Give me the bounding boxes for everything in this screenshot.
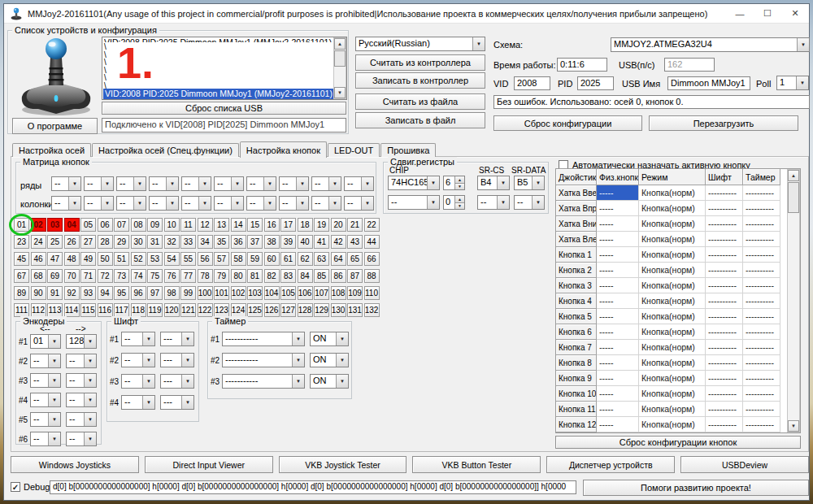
grid-button-105[interactable]: 105 [280, 286, 296, 300]
grid-button-77[interactable]: 77 [180, 269, 196, 283]
grid-button-101[interactable]: 101 [214, 286, 229, 300]
spinner-up-icon[interactable]: ▲ [454, 176, 464, 183]
matrix-col-combo-2[interactable]: --▼ [84, 196, 114, 211]
grid-button-75[interactable]: 75 [147, 269, 163, 283]
grid-button-111[interactable]: 111 [14, 303, 29, 317]
tab-buttons[interactable]: Настройка кнопок [240, 141, 327, 158]
grid-button-26[interactable]: 26 [64, 235, 80, 249]
encoder-3-right-dropdown[interactable]: --▼ [66, 373, 97, 388]
row-header-button[interactable]: Кнопка 4 [556, 293, 597, 309]
grid-button-23[interactable]: 23 [14, 235, 29, 249]
encoder-5-left-dropdown[interactable]: --▼ [30, 412, 61, 427]
shift-2-a-dropdown[interactable]: --▼ [121, 353, 155, 367]
grid-button-58[interactable]: 58 [231, 252, 246, 266]
grid-button-54[interactable]: 54 [164, 252, 180, 266]
sr-data-dropdown-1[interactable]: B5▼ [514, 176, 545, 190]
phys-cell[interactable]: ----- [597, 185, 639, 201]
grid-button-89[interactable]: 89 [14, 286, 29, 300]
grid-button-95[interactable]: 95 [114, 286, 129, 300]
mode-cell[interactable]: Кнопка(норм) [639, 386, 706, 402]
timer-cell[interactable]: ---------- [743, 309, 780, 324]
shift-4-a-dropdown[interactable]: --▼ [121, 395, 155, 410]
grid-button-11[interactable]: 11 [180, 218, 196, 232]
grid-button-126[interactable]: 126 [264, 303, 280, 317]
column-header-5[interactable]: Таймер [743, 169, 780, 185]
grid-button-42[interactable]: 42 [331, 235, 346, 249]
table-scroll-thumb[interactable] [788, 182, 799, 213]
shift-cell[interactable]: ---------- [706, 216, 743, 232]
grid-button-132[interactable]: 132 [364, 303, 380, 317]
matrix-row-combo-7[interactable]: --▼ [246, 176, 276, 191]
listbox-scrollbar[interactable]: ▲ ▼ [333, 37, 346, 99]
mode-cell[interactable]: Кнопка(норм) [639, 232, 706, 247]
device-manager-button[interactable]: Диспетчер устройств [546, 456, 675, 473]
grid-button-98[interactable]: 98 [164, 286, 180, 300]
grid-button-56[interactable]: 56 [198, 252, 213, 266]
shift-cell[interactable]: ---------- [706, 355, 743, 371]
encoder-6-right-dropdown[interactable]: --▼ [66, 432, 97, 446]
about-button[interactable]: О программе [12, 118, 98, 134]
row-header-button[interactable]: Кнопка 1 [556, 247, 597, 263]
grid-button-103[interactable]: 103 [247, 286, 263, 300]
matrix-row-combo-4[interactable]: --▼ [149, 176, 179, 191]
grid-button-78[interactable]: 78 [198, 269, 213, 283]
vid-field[interactable]: 2008 [514, 76, 550, 90]
grid-button-72[interactable]: 72 [98, 269, 113, 283]
grid-button-03[interactable]: 03 [47, 218, 63, 232]
direct-input-viewer-button[interactable]: Direct Input Viewer [145, 456, 273, 473]
phys-cell[interactable]: ----- [597, 201, 639, 216]
shift-cell[interactable]: ---------- [706, 417, 743, 432]
matrix-row-combo-8[interactable]: --▼ [279, 176, 309, 191]
phys-cell[interactable]: ----- [597, 278, 639, 293]
grid-button-116[interactable]: 116 [98, 303, 113, 317]
grid-button-74[interactable]: 74 [131, 269, 146, 283]
mode-cell[interactable]: Кнопка(норм) [639, 417, 706, 432]
grid-button-69[interactable]: 69 [47, 269, 63, 283]
reset-config-button[interactable]: Сброс конфигурации [493, 115, 642, 131]
grid-button-91[interactable]: 91 [47, 286, 63, 300]
shift-cell[interactable]: ---------- [706, 309, 743, 324]
grid-button-106[interactable]: 106 [298, 286, 313, 300]
shift-cell[interactable]: ---------- [706, 201, 743, 216]
reset-buttons-config-button[interactable]: Сброс конфигурации кнопок [555, 436, 801, 449]
grid-button-99[interactable]: 99 [180, 286, 196, 300]
row-header-button[interactable]: Кнопка 5 [556, 309, 597, 324]
matrix-row-combo-5[interactable]: --▼ [181, 176, 211, 191]
matrix-col-combo-6[interactable]: --▼ [214, 196, 244, 211]
matrix-row-combo-2[interactable]: --▼ [84, 176, 114, 191]
mode-cell[interactable]: Кнопка(норм) [639, 247, 706, 263]
uptime-field[interactable]: 0:11:6 [557, 58, 607, 72]
grid-button-70[interactable]: 70 [64, 269, 80, 283]
shift-3-a-dropdown[interactable]: --▼ [121, 374, 155, 389]
grid-button-127[interactable]: 127 [280, 303, 296, 317]
reboot-button[interactable]: Перезагрузить [649, 115, 798, 131]
grid-button-52[interactable]: 52 [131, 252, 146, 266]
tab-axes-special[interactable]: Настройка осей (Спец.функции) [92, 143, 239, 157]
grid-button-128[interactable]: 128 [298, 303, 313, 317]
row-header-button[interactable]: Кнопка 6 [556, 324, 597, 340]
timer-1-source-dropdown[interactable]: -----------▼ [222, 332, 305, 346]
phys-cell[interactable]: ----- [597, 263, 639, 278]
shift-cell[interactable]: ---------- [706, 340, 743, 355]
grid-button-16[interactable]: 16 [264, 218, 280, 232]
grid-button-100[interactable]: 100 [198, 286, 213, 300]
sr-cs-dropdown-2[interactable]: --▼ [477, 195, 510, 210]
scroll-up-icon[interactable]: ▲ [334, 38, 346, 50]
encoder-2-left-dropdown[interactable]: --▼ [30, 354, 61, 368]
grid-button-29[interactable]: 29 [114, 235, 129, 249]
grid-button-96[interactable]: 96 [131, 286, 146, 300]
grid-button-125[interactable]: 125 [247, 303, 263, 317]
phys-cell[interactable]: ----- [597, 324, 639, 340]
tab-firmware[interactable]: Прошивка [380, 143, 436, 157]
matrix-row-combo-6[interactable]: --▼ [214, 176, 244, 191]
mode-cell[interactable]: Кнопка(норм) [639, 371, 706, 386]
grid-button-113[interactable]: 113 [47, 303, 63, 317]
device-list-selected-item[interactable]: VID:2008 PID:2025 Dimmoon MMJoy1 (MMJoy2… [103, 89, 333, 99]
grid-button-82[interactable]: 82 [264, 269, 280, 283]
shift-4-b-dropdown[interactable]: ---▼ [160, 395, 194, 410]
grid-button-06[interactable]: 06 [98, 218, 113, 232]
sr-chip-dropdown-2[interactable]: --▼ [388, 195, 440, 210]
close-button[interactable]: ✕ [781, 4, 809, 24]
grid-button-85[interactable]: 85 [314, 269, 329, 283]
grid-button-61[interactable]: 61 [280, 252, 296, 266]
